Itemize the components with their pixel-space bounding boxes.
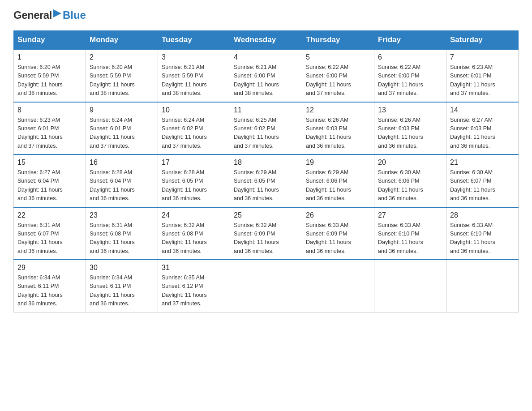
calendar-cell: 11 Sunrise: 6:25 AMSunset: 6:02 PMDaylig… — [230, 102, 302, 155]
day-number: 12 — [306, 106, 370, 114]
calendar-cell: 13 Sunrise: 6:26 AMSunset: 6:03 PMDaylig… — [374, 102, 446, 155]
day-info: Sunrise: 6:20 AMSunset: 5:59 PMDaylight:… — [90, 64, 135, 96]
calendar-cell: 17 Sunrise: 6:28 AMSunset: 6:05 PMDaylig… — [158, 154, 230, 207]
calendar-cell: 20 Sunrise: 6:30 AMSunset: 6:06 PMDaylig… — [374, 154, 446, 207]
day-info: Sunrise: 6:26 AMSunset: 6:03 PMDaylight:… — [378, 117, 423, 149]
calendar-cell: 1 Sunrise: 6:20 AMSunset: 5:59 PMDayligh… — [14, 49, 86, 102]
logo: General Blue — [13, 9, 86, 21]
calendar-week-5: 29 Sunrise: 6:34 AMSunset: 6:11 PMDaylig… — [14, 260, 519, 312]
day-info: Sunrise: 6:26 AMSunset: 6:03 PMDaylight:… — [306, 117, 351, 149]
day-info: Sunrise: 6:22 AMSunset: 6:00 PMDaylight:… — [306, 64, 351, 96]
day-info: Sunrise: 6:33 AMSunset: 6:10 PMDaylight:… — [378, 222, 423, 254]
day-info: Sunrise: 6:33 AMSunset: 6:09 PMDaylight:… — [306, 222, 351, 254]
svg-marker-0 — [53, 9, 61, 17]
day-info: Sunrise: 6:34 AMSunset: 6:11 PMDaylight:… — [17, 274, 63, 307]
day-number: 22 — [17, 211, 82, 219]
calendar-cell: 12 Sunrise: 6:26 AMSunset: 6:03 PMDaylig… — [302, 102, 374, 155]
calendar-cell: 21 Sunrise: 6:30 AMSunset: 6:07 PMDaylig… — [446, 154, 519, 207]
day-info: Sunrise: 6:30 AMSunset: 6:07 PMDaylight:… — [450, 169, 495, 201]
day-info: Sunrise: 6:23 AMSunset: 6:01 PMDaylight:… — [17, 117, 63, 149]
day-info: Sunrise: 6:22 AMSunset: 6:00 PMDaylight:… — [378, 64, 423, 96]
day-number: 1 — [17, 53, 82, 61]
header-day-monday: Monday — [86, 31, 158, 50]
header-day-wednesday: Wednesday — [230, 31, 302, 50]
calendar-cell: 19 Sunrise: 6:29 AMSunset: 6:06 PMDaylig… — [302, 154, 374, 207]
day-info: Sunrise: 6:24 AMSunset: 6:02 PMDaylight:… — [162, 117, 207, 149]
day-number: 10 — [162, 106, 226, 114]
page-header: General Blue — [13, 9, 519, 21]
day-number: 15 — [17, 158, 82, 167]
day-info: Sunrise: 6:33 AMSunset: 6:10 PMDaylight:… — [450, 222, 495, 254]
calendar-table: SundayMondayTuesdayWednesdayThursdayFrid… — [13, 30, 519, 313]
day-number: 21 — [450, 158, 515, 167]
logo-text: General — [13, 9, 52, 21]
calendar-cell: 15 Sunrise: 6:27 AMSunset: 6:04 PMDaylig… — [14, 154, 86, 207]
day-info: Sunrise: 6:20 AMSunset: 5:59 PMDaylight:… — [17, 64, 63, 96]
calendar-cell: 9 Sunrise: 6:24 AMSunset: 6:01 PMDayligh… — [86, 102, 158, 155]
day-info: Sunrise: 6:25 AMSunset: 6:02 PMDaylight:… — [234, 117, 279, 149]
calendar-cell: 30 Sunrise: 6:34 AMSunset: 6:11 PMDaylig… — [86, 260, 158, 312]
day-number: 11 — [234, 106, 298, 114]
calendar-cell: 31 Sunrise: 6:35 AMSunset: 6:12 PMDaylig… — [158, 260, 230, 312]
day-number: 24 — [162, 211, 226, 219]
calendar-week-1: 1 Sunrise: 6:20 AMSunset: 5:59 PMDayligh… — [14, 49, 519, 102]
calendar-cell — [374, 260, 446, 312]
header-row: SundayMondayTuesdayWednesdayThursdayFrid… — [14, 31, 519, 50]
calendar-cell — [446, 260, 519, 312]
header-day-tuesday: Tuesday — [158, 31, 230, 50]
day-number: 14 — [450, 106, 515, 114]
calendar-header: SundayMondayTuesdayWednesdayThursdayFrid… — [14, 31, 519, 50]
header-day-thursday: Thursday — [302, 31, 374, 50]
day-info: Sunrise: 6:21 AMSunset: 5:59 PMDaylight:… — [162, 64, 207, 96]
header-day-friday: Friday — [374, 31, 446, 50]
day-info: Sunrise: 6:30 AMSunset: 6:06 PMDaylight:… — [378, 169, 423, 201]
calendar-cell: 23 Sunrise: 6:31 AMSunset: 6:08 PMDaylig… — [86, 207, 158, 260]
calendar-cell: 28 Sunrise: 6:33 AMSunset: 6:10 PMDaylig… — [446, 207, 519, 260]
day-info: Sunrise: 6:21 AMSunset: 6:00 PMDaylight:… — [234, 64, 279, 96]
day-info: Sunrise: 6:27 AMSunset: 6:04 PMDaylight:… — [17, 169, 63, 201]
day-number: 5 — [306, 53, 370, 61]
calendar-cell: 18 Sunrise: 6:29 AMSunset: 6:05 PMDaylig… — [230, 154, 302, 207]
day-number: 31 — [162, 264, 226, 272]
calendar-cell: 7 Sunrise: 6:23 AMSunset: 6:01 PMDayligh… — [446, 49, 519, 102]
day-number: 8 — [17, 106, 82, 114]
calendar-cell: 5 Sunrise: 6:22 AMSunset: 6:00 PMDayligh… — [302, 49, 374, 102]
day-number: 18 — [234, 158, 298, 167]
day-number: 3 — [162, 53, 226, 61]
calendar-week-4: 22 Sunrise: 6:31 AMSunset: 6:07 PMDaylig… — [14, 207, 519, 260]
header-day-saturday: Saturday — [446, 31, 519, 50]
calendar-cell: 16 Sunrise: 6:28 AMSunset: 6:04 PMDaylig… — [86, 154, 158, 207]
calendar-cell: 24 Sunrise: 6:32 AMSunset: 6:08 PMDaylig… — [158, 207, 230, 260]
day-number: 28 — [450, 211, 515, 219]
day-number: 27 — [378, 211, 442, 219]
calendar-cell — [230, 260, 302, 312]
day-info: Sunrise: 6:31 AMSunset: 6:08 PMDaylight:… — [90, 222, 135, 254]
day-info: Sunrise: 6:34 AMSunset: 6:11 PMDaylight:… — [90, 274, 135, 307]
calendar-cell: 14 Sunrise: 6:27 AMSunset: 6:03 PMDaylig… — [446, 102, 519, 155]
day-number: 20 — [378, 158, 442, 167]
calendar-cell: 4 Sunrise: 6:21 AMSunset: 6:00 PMDayligh… — [230, 49, 302, 102]
calendar-cell: 27 Sunrise: 6:33 AMSunset: 6:10 PMDaylig… — [374, 207, 446, 260]
day-number: 6 — [378, 53, 442, 61]
calendar-week-3: 15 Sunrise: 6:27 AMSunset: 6:04 PMDaylig… — [14, 154, 519, 207]
day-info: Sunrise: 6:24 AMSunset: 6:01 PMDaylight:… — [90, 117, 135, 149]
calendar-cell — [302, 260, 374, 312]
day-number: 7 — [450, 53, 515, 61]
day-number: 25 — [234, 211, 298, 219]
day-info: Sunrise: 6:28 AMSunset: 6:05 PMDaylight:… — [162, 169, 207, 201]
day-number: 29 — [17, 264, 82, 272]
logo-arrow-icon — [52, 9, 62, 18]
calendar-cell: 25 Sunrise: 6:32 AMSunset: 6:09 PMDaylig… — [230, 207, 302, 260]
day-number: 26 — [306, 211, 370, 219]
day-info: Sunrise: 6:29 AMSunset: 6:06 PMDaylight:… — [306, 169, 351, 201]
calendar-week-2: 8 Sunrise: 6:23 AMSunset: 6:01 PMDayligh… — [14, 102, 519, 155]
day-info: Sunrise: 6:35 AMSunset: 6:12 PMDaylight:… — [162, 274, 207, 307]
header-day-sunday: Sunday — [14, 31, 86, 50]
day-info: Sunrise: 6:23 AMSunset: 6:01 PMDaylight:… — [450, 64, 495, 96]
day-number: 2 — [90, 53, 154, 61]
day-info: Sunrise: 6:27 AMSunset: 6:03 PMDaylight:… — [450, 117, 495, 149]
day-number: 30 — [90, 264, 154, 272]
day-number: 13 — [378, 106, 442, 114]
calendar-cell: 22 Sunrise: 6:31 AMSunset: 6:07 PMDaylig… — [14, 207, 86, 260]
day-info: Sunrise: 6:32 AMSunset: 6:08 PMDaylight:… — [162, 222, 207, 254]
